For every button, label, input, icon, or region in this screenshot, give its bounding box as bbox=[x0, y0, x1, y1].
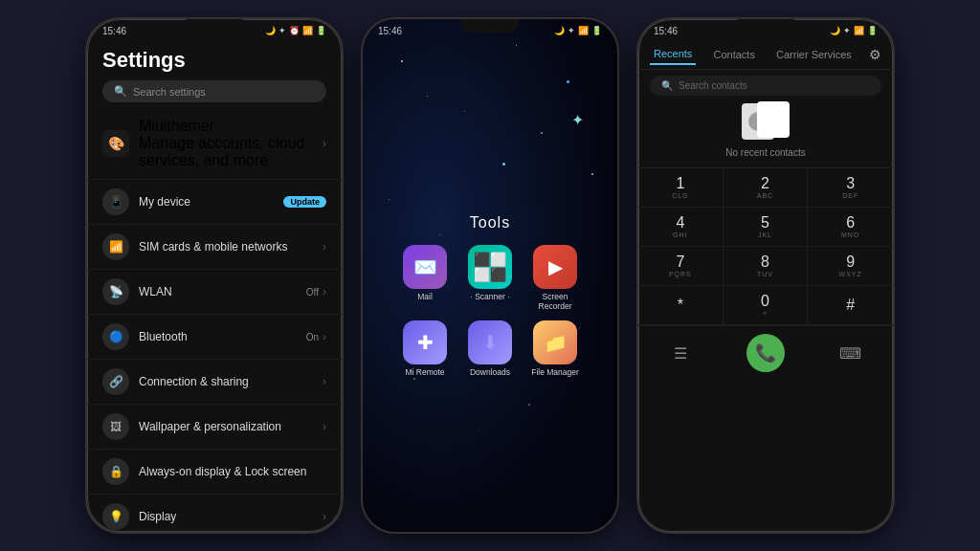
dial-call-btn[interactable]: 📞 bbox=[724, 334, 809, 372]
wallpaper-icon: 🖼 bbox=[102, 413, 129, 440]
my-device-title: My device bbox=[139, 195, 283, 209]
dialer-search-bar[interactable]: 🔍 Search contacts bbox=[650, 76, 881, 96]
no-contacts-label: No recent contacts bbox=[725, 147, 805, 158]
settings-item-always-on[interactable]: 🔒 Always-on display & Lock screen bbox=[87, 450, 342, 495]
dialer-tabs: Recents Contacts Carrier Services ⚙ bbox=[638, 40, 893, 70]
settings-item-my-device[interactable]: 📱 My device Update bbox=[87, 180, 342, 225]
dial-let-9: WXYZ bbox=[839, 271, 862, 277]
menu-icon: ☰ bbox=[674, 344, 687, 363]
dialer-settings-icon[interactable]: ⚙ bbox=[869, 47, 881, 62]
display-chevron: › bbox=[323, 510, 326, 523]
settings-item-sim[interactable]: 📶 SIM cards & mobile networks › bbox=[87, 225, 342, 270]
battery-icon-2: 🔋 bbox=[591, 26, 602, 35]
dial-num-6: 6 bbox=[846, 215, 855, 231]
display-title: Display bbox=[139, 510, 323, 523]
miui-chevron: › bbox=[323, 137, 326, 150]
bt-icon-2: ✦ bbox=[568, 26, 575, 35]
notch-3 bbox=[737, 19, 794, 33]
app-downloads[interactable]: ⬇ Downloads bbox=[462, 320, 518, 377]
keypad-icon: ⌨ bbox=[839, 344, 861, 363]
display-icon: 💡 bbox=[102, 503, 129, 530]
apps-grid: ✉️ Mail ⬛⬜⬜⬛ · Scanner · ▶ Screen Record… bbox=[397, 245, 583, 377]
search-icon: 🔍 bbox=[114, 85, 127, 98]
dial-key-1[interactable]: 1 CLG bbox=[638, 168, 724, 208]
dial-keypad-btn[interactable]: ⌨ bbox=[808, 334, 893, 372]
dialer-screen: Recents Contacts Carrier Services ⚙ 🔍 Se… bbox=[638, 40, 893, 380]
bluetooth-icon: 🔵 bbox=[102, 323, 129, 350]
phone-settings: 15:46 🌙 ✦ ⏰ 📶 🔋 Settings 🔍 Search settin… bbox=[85, 17, 344, 534]
dial-key-9[interactable]: 9 WXYZ bbox=[808, 247, 893, 286]
notch-1 bbox=[186, 19, 243, 33]
phone-icon: 📞 bbox=[755, 342, 776, 364]
dial-key-8[interactable]: 8 TUV bbox=[724, 247, 809, 286]
status-icons-1: 🌙 ✦ ⏰ 📶 🔋 bbox=[265, 26, 326, 35]
wlan-content: WLAN bbox=[139, 285, 306, 298]
dial-key-2[interactable]: 2 ABC bbox=[724, 168, 809, 208]
dial-key-3[interactable]: 3 DEF bbox=[808, 168, 893, 208]
app-mi-remote[interactable]: ✚ Mi Remote bbox=[397, 320, 453, 377]
recorder-icon: ▶ bbox=[533, 245, 577, 289]
moon-icon-3: 🌙 bbox=[830, 26, 840, 35]
bluetooth-title: Bluetooth bbox=[139, 330, 306, 343]
always-on-content: Always-on display & Lock screen bbox=[139, 465, 326, 478]
app-scanner[interactable]: ⬛⬜⬜⬛ · Scanner · bbox=[462, 245, 518, 311]
bt-icon: ✦ bbox=[278, 26, 286, 35]
mail-icon: ✉️ bbox=[403, 245, 447, 289]
dial-key-star[interactable]: * bbox=[638, 286, 724, 325]
wlan-right: Off › bbox=[306, 285, 326, 298]
search-placeholder: Search settings bbox=[133, 86, 206, 98]
app-mail[interactable]: ✉️ Mail bbox=[397, 245, 453, 311]
dial-let-6: MNO bbox=[841, 231, 859, 238]
miremote-icon: ✚ bbox=[403, 320, 447, 364]
tab-contacts[interactable]: Contacts bbox=[709, 45, 758, 64]
app-file-manager[interactable]: 📁 File Manager bbox=[527, 320, 583, 377]
dial-key-5[interactable]: 5 JKL bbox=[724, 208, 809, 247]
dial-let-4: GHI bbox=[673, 231, 687, 238]
settings-search-bar[interactable]: 🔍 Search settings bbox=[102, 80, 326, 102]
always-on-title: Always-on display & Lock screen bbox=[139, 465, 326, 478]
filemanager-icon: 📁 bbox=[533, 320, 577, 364]
tab-recents[interactable]: Recents bbox=[650, 44, 696, 65]
dialer-search-placeholder: Search contacts bbox=[679, 80, 747, 91]
app-screen-recorder[interactable]: ▶ Screen Recorder bbox=[527, 245, 583, 311]
signal-icon-2: 📶 bbox=[578, 26, 589, 35]
wlan-chevron: › bbox=[323, 285, 326, 298]
tab-carrier-services[interactable]: Carrier Services bbox=[772, 45, 856, 64]
dial-num-3: 3 bbox=[846, 176, 855, 191]
settings-item-miuithemer[interactable]: 🎨 Miuithemer Manage accounts, cloud serv… bbox=[87, 108, 342, 180]
my-device-content: My device bbox=[139, 195, 283, 209]
mail-label: Mail bbox=[417, 292, 433, 301]
settings-item-wallpaper[interactable]: 🖼 Wallpaper & personalization › bbox=[87, 405, 342, 450]
dial-menu-btn[interactable]: ☰ bbox=[638, 334, 724, 372]
dial-key-4[interactable]: 4 GHI bbox=[638, 208, 724, 247]
bluetooth-status: On bbox=[306, 332, 319, 342]
call-button[interactable]: 📞 bbox=[746, 334, 785, 372]
dial-num-5: 5 bbox=[761, 215, 769, 231]
my-device-right: Update bbox=[283, 196, 326, 208]
sim-chevron: › bbox=[323, 240, 326, 253]
dial-num-star: * bbox=[678, 298, 683, 313]
tools-folder[interactable]: Tools ✉️ Mail ⬛⬜⬜⬛ · Scanner · ▶ Screen … bbox=[397, 214, 583, 377]
signal-icon: 📶 bbox=[302, 26, 313, 35]
settings-item-bluetooth[interactable]: 🔵 Bluetooth On › bbox=[87, 315, 342, 360]
settings-item-wlan[interactable]: 📡 WLAN Off › bbox=[87, 270, 342, 315]
sim-icon: 📶 bbox=[102, 233, 129, 260]
dial-num-hash: # bbox=[846, 298, 855, 313]
settings-item-display[interactable]: 💡 Display › bbox=[87, 495, 342, 534]
tools-folder-label: Tools bbox=[397, 214, 583, 231]
alarm-icon: ⏰ bbox=[289, 26, 300, 35]
dial-key-6[interactable]: 6 MNO bbox=[808, 208, 893, 247]
bt-icon-3: ✦ bbox=[843, 26, 851, 35]
dial-key-0[interactable]: 0 + bbox=[724, 286, 809, 325]
no-contacts-area: No recent contacts bbox=[638, 101, 893, 167]
dial-num-9: 9 bbox=[846, 254, 855, 270]
time-2: 15:46 bbox=[378, 26, 402, 36]
scanner-icon: ⬛⬜⬜⬛ bbox=[468, 245, 512, 289]
dial-bottom-bar: ☰ 📞 ⌨ bbox=[638, 325, 893, 380]
notch-2 bbox=[461, 19, 519, 33]
filemanager-label: File Manager bbox=[531, 367, 579, 377]
dial-key-hash[interactable]: # bbox=[808, 286, 893, 325]
battery-icon-3: 🔋 bbox=[867, 26, 878, 35]
settings-item-connection[interactable]: 🔗 Connection & sharing › bbox=[87, 360, 342, 405]
dial-key-7[interactable]: 7 PQRS bbox=[638, 247, 724, 286]
